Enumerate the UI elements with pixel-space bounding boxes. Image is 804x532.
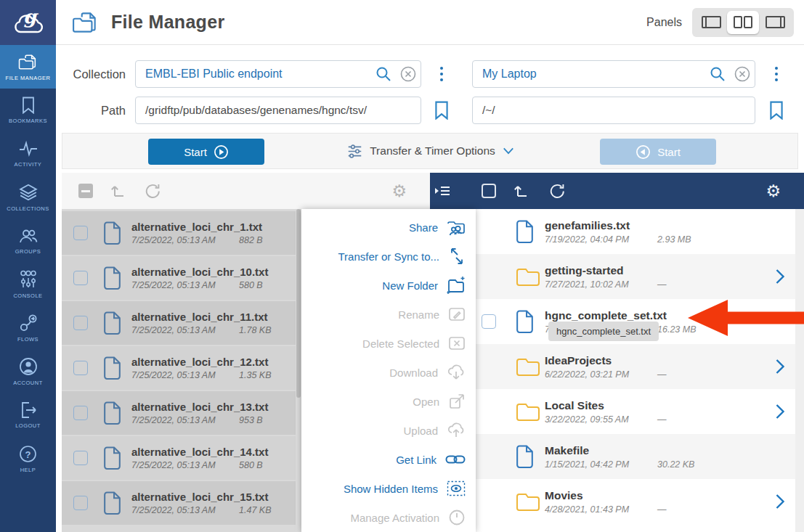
folder-row[interactable]: Local Sites 3/22/2022, 09:55 AM—	[476, 389, 804, 434]
left-collection-input[interactable]: EMBL-EBI Public endpoint	[135, 60, 421, 88]
row-checkbox[interactable]	[73, 271, 88, 285]
folder-row[interactable]: IdeaProjects 6/22/2022, 03:21 PM—	[476, 344, 804, 389]
clear-collection-icon[interactable]	[396, 65, 421, 83]
panel-double-button[interactable]	[727, 11, 759, 34]
menu-item-label: Show Hidden Items	[344, 483, 438, 495]
row-checkbox[interactable]	[73, 361, 88, 375]
sidebar-item-file-manager[interactable]: FILE MANAGER	[0, 45, 56, 89]
row-checkbox[interactable]	[73, 451, 88, 465]
menu-item-get-link[interactable]: Get Link	[301, 445, 476, 474]
right-collection-menu-icon[interactable]	[771, 60, 781, 88]
menu-item-upload[interactable]: Upload	[301, 416, 476, 445]
console-icon	[19, 270, 38, 289]
left-path-value: /gridftp/pub/databases/genenames/hgnc/ts…	[136, 104, 421, 117]
left-collection-menu-icon[interactable]	[436, 60, 447, 88]
globus-logo[interactable]: g	[0, 0, 56, 45]
expand-list-icon[interactable]	[434, 183, 451, 199]
file-size: 882 B	[239, 235, 263, 245]
file-row[interactable]: alternative_loci_chr_12.txt 7/25/2022, 0…	[62, 346, 296, 390]
transfer-options-control[interactable]: Transfer & Timer Options	[322, 134, 540, 168]
row-checkbox[interactable]	[73, 226, 88, 240]
file-icon	[103, 446, 122, 470]
clear-collection-icon[interactable]	[730, 65, 755, 83]
menu-item-label: Rename	[398, 308, 439, 321]
left-bookmark-icon[interactable]	[433, 97, 450, 124]
search-icon[interactable]	[705, 66, 730, 82]
sidebar-item-help[interactable]: ? HELP	[0, 437, 56, 480]
file-row[interactable]: alternative_loci_chr_14.txt 7/25/2022, 0…	[62, 436, 296, 480]
right-path-input[interactable]: /~/	[472, 97, 755, 124]
right-settings-gear-icon[interactable]: ⚙	[766, 183, 781, 200]
right-collection-value: My Laptop	[473, 67, 705, 81]
file-row[interactable]: alternative_loci_chr_11.txt 7/25/2022, 0…	[62, 301, 296, 345]
folder-row[interactable]: Movies 4/28/2021, 01:43 PM—	[476, 479, 804, 524]
scrollbar-thumb[interactable]	[296, 209, 301, 398]
right-bookmark-icon[interactable]	[768, 97, 785, 124]
sidebar-item-console[interactable]: CONSOLE	[0, 263, 56, 306]
select-all-checkbox[interactable]	[482, 184, 496, 198]
sidebar-item-bookmarks[interactable]: BOOKMARKS	[0, 89, 56, 132]
start-transfer-right-button[interactable]: Start	[600, 139, 716, 165]
up-one-folder-icon[interactable]	[512, 182, 529, 200]
sidebar-item-label: FILE MANAGER	[6, 75, 51, 81]
row-checkbox[interactable]	[73, 406, 88, 420]
panel-single-left-button[interactable]	[695, 11, 727, 34]
right-list-scrollbar[interactable]	[795, 209, 804, 532]
flows-icon	[19, 314, 38, 332]
sidebar-item-collections[interactable]: COLLECTIONS	[0, 176, 56, 219]
chevron-right-icon[interactable]	[775, 404, 785, 420]
refresh-icon[interactable]	[548, 182, 567, 200]
menu-item-label: Transfer or Sync to...	[338, 250, 440, 263]
sidebar-item-account[interactable]: ACCOUNT	[0, 350, 56, 393]
file-row[interactable]: alternative_loci_chr_13.txt 7/25/2022, 0…	[62, 391, 296, 435]
row-checkbox[interactable]	[482, 314, 496, 329]
sidebar-item-label: GROUPS	[15, 248, 41, 255]
file-size: 16.23 MB	[657, 324, 697, 335]
power-icon	[448, 509, 466, 526]
rename-icon	[448, 306, 466, 323]
row-checkbox[interactable]	[73, 496, 88, 510]
left-path-input[interactable]: /gridftp/pub/databases/genenames/hgnc/ts…	[135, 97, 421, 124]
menu-item-label: Get Link	[396, 454, 436, 466]
up-one-folder-icon[interactable]	[109, 182, 126, 200]
start-transfer-left-button[interactable]: Start	[148, 139, 264, 165]
file-date: 7/25/2022, 05:13 AM	[131, 280, 239, 290]
menu-item-open[interactable]: Open	[301, 387, 476, 416]
left-list-scrollbar[interactable]	[296, 209, 301, 532]
file-row[interactable]: alternative_loci_chr_10.txt 7/25/2022, 0…	[62, 256, 296, 300]
sidebar-item-activity[interactable]: ACTIVITY	[0, 132, 56, 176]
file-row[interactable]: genefamilies.txt 7/19/2022, 04:04 PM2.93…	[476, 209, 804, 254]
select-all-checkbox[interactable]	[78, 184, 93, 198]
file-date: 7/25/2022, 05:13 AM	[131, 460, 239, 470]
menu-item-new-folder[interactable]: New Folder	[301, 271, 476, 300]
share-icon	[447, 218, 466, 236]
file-row[interactable]: alternative_loci_chr_15.txt 7/25/2022, 0…	[62, 481, 296, 525]
file-date: 7/19/2022, 04:04 PM	[545, 234, 657, 245]
file-row[interactable]: Makefile 1/15/2021, 04:42 PM30.22 KB	[476, 434, 804, 479]
chevron-right-icon[interactable]	[775, 494, 785, 510]
refresh-icon[interactable]	[144, 182, 162, 200]
menu-item-transfer-or-sync[interactable]: Transfer or Sync to...	[301, 242, 476, 271]
search-icon[interactable]	[371, 66, 396, 82]
menu-item-rename[interactable]: Rename	[301, 300, 476, 329]
folder-row[interactable]: getting-started 7/27/2021, 10:02 AM—	[476, 254, 804, 299]
file-manager-icon	[18, 53, 38, 71]
sidebar-item-logout[interactable]: LOGOUT	[0, 393, 56, 437]
menu-item-manage-activation[interactable]: Manage Activation	[301, 503, 476, 532]
menu-item-show-hidden-items[interactable]: Show Hidden Items	[301, 474, 476, 503]
help-icon: ?	[19, 445, 37, 463]
chevron-right-icon[interactable]	[775, 359, 785, 375]
sidebar-item-flows[interactable]: FLOWS	[0, 306, 56, 350]
left-settings-gear-icon[interactable]: ⚙	[391, 183, 407, 200]
menu-item-delete-selected[interactable]: Delete Selected	[301, 329, 476, 358]
file-row[interactable]: alternative_loci_chr_1.txt 7/25/2022, 05…	[62, 211, 296, 255]
folder-name: Movies	[545, 489, 667, 502]
sidebar-item-groups[interactable]: GROUPS	[0, 219, 56, 263]
right-collection-input[interactable]: My Laptop	[472, 60, 755, 88]
menu-item-label: Download	[389, 367, 438, 379]
menu-item-download[interactable]: Download	[301, 358, 476, 387]
menu-item-share[interactable]: Share	[301, 213, 476, 242]
row-checkbox[interactable]	[73, 316, 88, 330]
panel-single-right-button[interactable]	[759, 11, 791, 34]
chevron-right-icon[interactable]	[775, 269, 785, 285]
